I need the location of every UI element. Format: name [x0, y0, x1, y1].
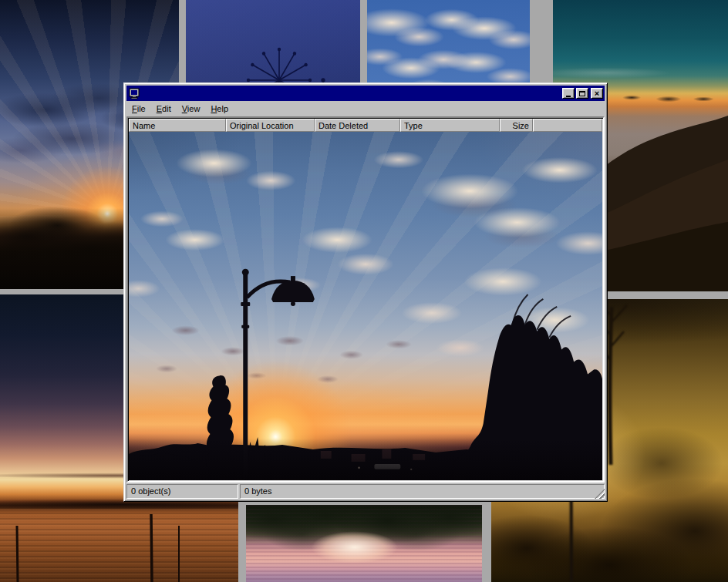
column-header-empty[interactable]: [533, 119, 602, 132]
file-list-view: Name Original Location Date Deleted Type…: [126, 116, 605, 483]
window-icon: [128, 88, 140, 99]
wallpaper-photo-pink-reflections: [246, 505, 482, 582]
maximize-button[interactable]: [576, 88, 588, 99]
minimize-button[interactable]: [562, 88, 575, 99]
menu-bar: File Edit View Help: [126, 102, 605, 116]
minimize-icon: [566, 96, 571, 97]
menu-file[interactable]: File: [126, 103, 151, 116]
maximize-icon: [579, 91, 585, 96]
column-headers: Name Original Location Date Deleted Type…: [129, 119, 602, 132]
list-content-area[interactable]: [129, 132, 602, 480]
status-byte-count: 0 bytes: [240, 484, 605, 499]
window-titlebar[interactable]: ×: [126, 86, 605, 101]
close-icon: ×: [595, 89, 599, 97]
close-button[interactable]: ×: [591, 88, 603, 99]
menu-edit[interactable]: Edit: [151, 103, 177, 116]
menu-help[interactable]: Help: [205, 103, 234, 116]
status-object-count: 0 object(s): [126, 484, 238, 499]
column-header-date-deleted[interactable]: Date Deleted: [315, 119, 400, 132]
photo-bottom-vignette: [129, 132, 602, 480]
column-header-type[interactable]: Type: [400, 119, 500, 132]
column-header-size[interactable]: Size: [500, 119, 533, 132]
status-bar: 0 object(s) 0 bytes: [126, 483, 605, 499]
column-header-original-location[interactable]: Original Location: [226, 119, 315, 132]
recycle-bin-window: × File Edit View Help Name Original Loca…: [123, 82, 608, 502]
menu-view[interactable]: View: [177, 103, 206, 116]
column-header-name[interactable]: Name: [129, 119, 226, 132]
